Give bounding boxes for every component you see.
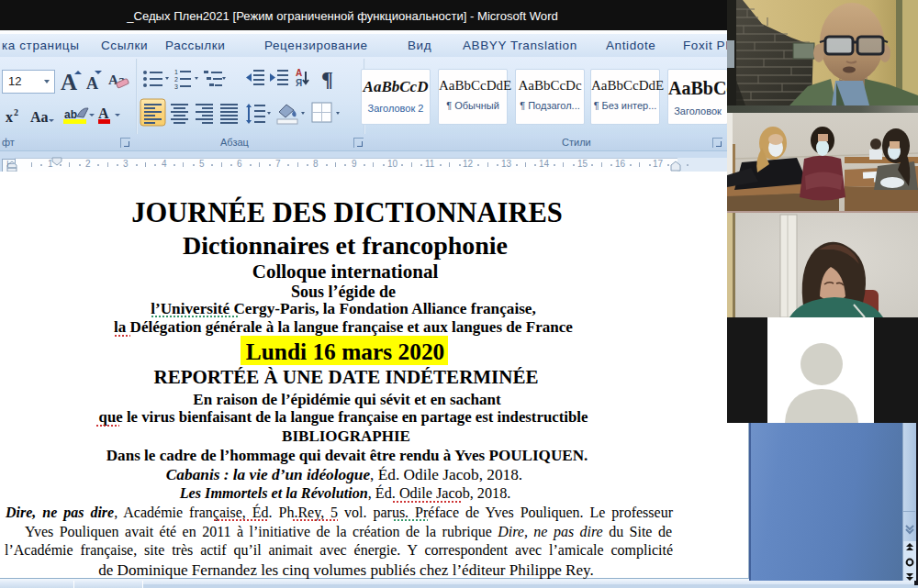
svg-text:Я: Я: [296, 78, 302, 88]
svg-text:A: A: [61, 70, 77, 94]
svg-text:Aa: Aa: [30, 109, 49, 125]
svg-text:A: A: [86, 74, 98, 93]
svg-text:¶: ¶: [321, 67, 333, 91]
svg-text:А: А: [296, 68, 302, 78]
svg-text:x: x: [6, 109, 13, 125]
svg-text:⊢: ⊢: [6, 159, 15, 169]
svg-text:A: A: [98, 105, 109, 121]
svg-text:ab: ab: [64, 108, 77, 121]
svg-text:1: 1: [174, 69, 178, 75]
svg-text:2: 2: [14, 107, 18, 117]
svg-text:3: 3: [174, 83, 178, 90]
svg-text:2: 2: [174, 76, 178, 83]
